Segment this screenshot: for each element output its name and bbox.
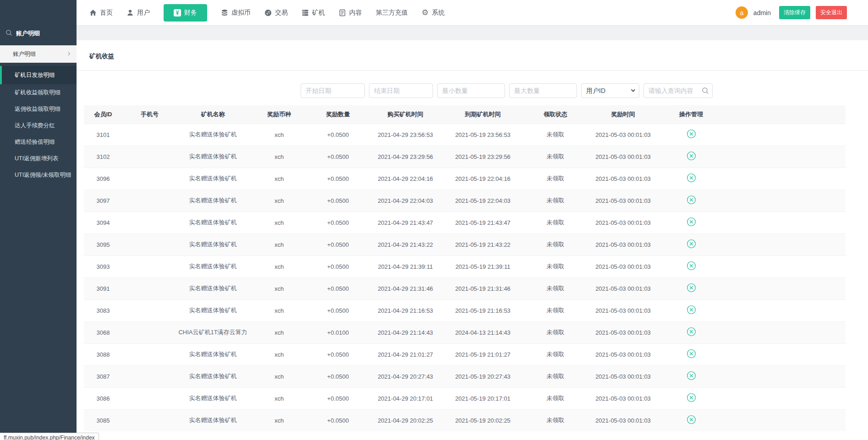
sidebar-item-5[interactable]: 赠送经验值明细 xyxy=(0,134,77,150)
cancel-circle-x-button[interactable] xyxy=(687,173,696,183)
cell-coin: xch xyxy=(249,277,309,299)
cell-amount: +0.0500 xyxy=(309,212,367,234)
cell-miner-name: 实名赠送体验矿机 xyxy=(177,255,249,277)
nav-item-2[interactable]: 用户 xyxy=(126,9,150,17)
column-filler xyxy=(725,105,846,124)
nav-item-4[interactable]: 虚拟币 xyxy=(221,9,251,17)
cell-miner-name: 实名赠送体验矿机 xyxy=(177,299,249,321)
cell-buy-time: 2021-04-29 21:39:11 xyxy=(367,255,444,277)
user-icon xyxy=(126,9,134,16)
cancel-circle-x-button[interactable] xyxy=(687,283,696,293)
cell-operations xyxy=(657,190,725,212)
sidebar-item-7[interactable]: UTI返佣领/未领取明细 xyxy=(0,167,77,183)
cell-coin: xch xyxy=(249,146,309,168)
sidebar: 账户明细 账户明细 矿机日发放明细矿机收益领取明细返佣收益领取明细达人手续费分红… xyxy=(0,0,77,440)
table-row: 3086实名赠送体验矿机xch+0.05002021-04-29 20:17:0… xyxy=(84,387,846,409)
nav-item-3[interactable]: ¥财务 xyxy=(164,4,207,22)
cell-status: 未领取 xyxy=(522,299,589,321)
cell-status: 未领取 xyxy=(522,387,589,409)
cell-coin: xch xyxy=(249,124,309,146)
cell-member-id: 3093 xyxy=(84,255,122,277)
cell-operations xyxy=(657,146,725,168)
cancel-circle-x-button[interactable] xyxy=(687,327,696,337)
table-header: 会员ID手机号矿机名称奖励币种奖励数量购买矿机时间到期矿机时间领取状态奖励时间操… xyxy=(84,105,846,124)
cell-coin: xch xyxy=(249,255,309,277)
nav-item-1[interactable]: 首页 xyxy=(89,9,113,17)
cell-phone xyxy=(122,343,177,365)
start-date-input[interactable] xyxy=(301,83,365,98)
logout-button[interactable]: 安全退出 xyxy=(816,6,847,19)
user-id-select[interactable]: 用户ID xyxy=(581,83,639,98)
cell-miner-name: 实名赠送体验矿机 xyxy=(177,146,249,168)
cancel-circle-x-button[interactable] xyxy=(687,261,696,271)
cell-reward-time: 2021-05-03 00:01:03 xyxy=(589,409,657,431)
cell-amount: +0.0500 xyxy=(309,409,367,431)
cancel-circle-x-button[interactable] xyxy=(687,195,696,205)
cancel-circle-x-button[interactable] xyxy=(687,129,696,139)
clear-cache-button[interactable]: 清除缓存 xyxy=(779,6,810,19)
nav-item-5[interactable]: 交易 xyxy=(264,9,288,17)
cancel-circle-x-button[interactable] xyxy=(687,415,696,424)
min-quantity-input[interactable] xyxy=(437,83,505,98)
sidebar-item-2[interactable]: 矿机收益领取明细 xyxy=(0,84,77,101)
column-header: 奖励时间 xyxy=(589,105,657,124)
cancel-circle-x-button[interactable] xyxy=(687,349,696,359)
cancel-circle-x-button[interactable] xyxy=(687,393,696,402)
sidebar-item-6[interactable]: UTI返佣新增列表 xyxy=(0,150,77,167)
cell-miner-name: 实名赠送体验矿机 xyxy=(177,212,249,234)
cell-expire-time: 2021-05-19 23:56:53 xyxy=(444,124,522,146)
cancel-circle-x-button[interactable] xyxy=(687,371,696,380)
home-icon xyxy=(89,9,97,16)
cell-operations xyxy=(657,255,725,277)
cell-operations xyxy=(657,321,725,343)
sidebar-item-4[interactable]: 达人手续费分红 xyxy=(0,117,77,134)
link-preview-statusbar: ff.muxin.pub/index.php/Finance/index xyxy=(0,433,99,440)
sidebar-item-1[interactable]: 矿机日发放明细 xyxy=(0,66,77,84)
cell-phone xyxy=(122,277,177,299)
cell-member-id: 3097 xyxy=(84,190,122,212)
column-header: 矿机名称 xyxy=(177,105,249,124)
max-quantity-input[interactable] xyxy=(509,83,577,98)
cell-expire-time: 2021-05-19 23:29:56 xyxy=(444,146,522,168)
cell-member-id: 3096 xyxy=(84,168,122,190)
nav-item-9[interactable]: ⚙系统 xyxy=(422,9,445,17)
username-label: admin xyxy=(753,9,771,16)
cancel-circle-x-button[interactable] xyxy=(687,305,696,315)
gear-icon: ⚙ xyxy=(422,9,429,16)
end-date-input[interactable] xyxy=(369,83,433,98)
page-title: 矿机收益 xyxy=(84,40,861,70)
cell-amount: +0.0500 xyxy=(309,277,367,299)
cell-operations xyxy=(657,277,725,299)
cell-phone xyxy=(122,146,177,168)
nav-item-8[interactable]: 第三方充值 xyxy=(376,9,408,17)
cell-miner-name: CHIA云矿机1T满存云算力 xyxy=(177,321,249,343)
cell-amount: +0.0500 xyxy=(309,146,367,168)
cell-amount: +0.0500 xyxy=(309,343,367,365)
nav-item-6[interactable]: 矿机 xyxy=(302,9,325,17)
cell-miner-name: 实名赠送体验矿机 xyxy=(177,409,249,431)
nav-item-label: 首页 xyxy=(100,9,113,17)
cell-buy-time: 2021-04-29 21:43:22 xyxy=(367,234,444,255)
cell-member-id: 3094 xyxy=(84,212,122,234)
cell-expire-time: 2021-05-19 20:17:01 xyxy=(444,387,522,409)
column-header: 手机号 xyxy=(122,105,177,124)
cell-expire-time: 2024-04-13 21:14:43 xyxy=(444,321,522,343)
cell-buy-time: 2021-04-29 22:04:16 xyxy=(367,168,444,190)
cancel-circle-x-button[interactable] xyxy=(687,151,696,161)
nav-item-7[interactable]: 内容 xyxy=(339,9,362,17)
sidebar-item-account-detail[interactable]: 账户明细 xyxy=(0,45,77,63)
cell-member-id: 3083 xyxy=(84,299,122,321)
cell-operations xyxy=(657,212,725,234)
yen-icon: ¥ xyxy=(174,9,181,16)
filter-bar: 用户ID xyxy=(301,83,861,98)
cell-expire-time: 2021-05-19 21:39:11 xyxy=(444,255,522,277)
cancel-circle-x-button[interactable] xyxy=(687,239,696,249)
cell-phone xyxy=(122,124,177,146)
cell-coin: xch xyxy=(249,212,309,234)
cancel-circle-x-button[interactable] xyxy=(687,217,696,227)
sidebar-item-3[interactable]: 返佣收益领取明细 xyxy=(0,101,77,117)
avatar[interactable]: a xyxy=(736,6,748,19)
nav-item-label: 内容 xyxy=(349,9,362,17)
cell-phone xyxy=(122,234,177,255)
cell-coin: xch xyxy=(249,387,309,409)
